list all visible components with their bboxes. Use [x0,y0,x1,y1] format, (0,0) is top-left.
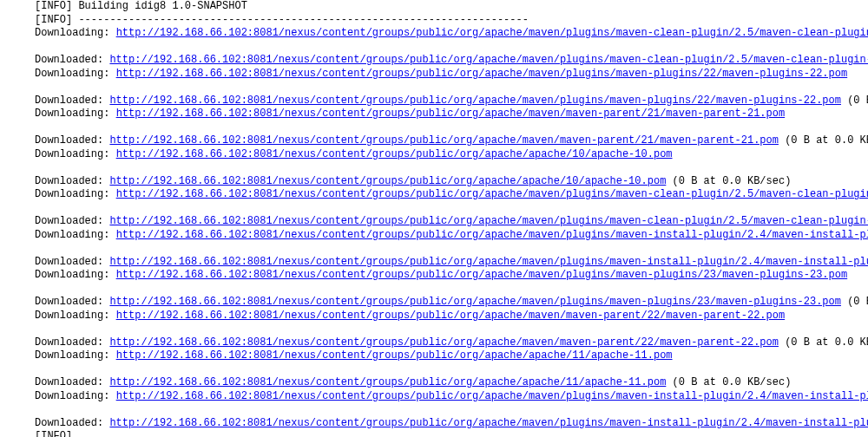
downloading-label: Downloading: [35,108,116,120]
artifact-link[interactable]: http://192.168.66.102:8081/nexus/content… [109,54,868,66]
download-stats: (0 B at 0.0 KB/sec) [841,95,868,107]
downloading-label: Downloading: [35,269,116,281]
console-line [35,242,868,256]
artifact-link[interactable]: http://192.168.66.102:8081/nexus/content… [109,175,666,187]
console-line [35,323,868,336]
artifact-link[interactable]: http://192.168.66.102:8081/nexus/content… [116,27,868,39]
artifact-link[interactable]: http://192.168.66.102:8081/nexus/content… [109,256,868,268]
console-line: Downloaded: http://192.168.66.102:8081/n… [35,336,868,350]
console-line: Downloaded: http://192.168.66.102:8081/n… [35,134,868,148]
console-line: Downloading: http://192.168.66.102:8081/… [35,27,868,41]
console-line: Downloaded: http://192.168.66.102:8081/n… [35,95,868,108]
downloaded-label: Downloaded: [35,336,109,349]
console-line: Downloading: http://192.168.66.102:8081/… [35,108,868,121]
artifact-link[interactable]: http://192.168.66.102:8081/nexus/content… [116,390,868,402]
artifact-link[interactable]: http://192.168.66.102:8081/nexus/content… [116,349,673,362]
artifact-link[interactable]: http://192.168.66.102:8081/nexus/content… [109,95,841,107]
console-line: Downloaded: http://192.168.66.102:8081/n… [35,417,868,431]
maven-console-output: [INFO] Building idig8 1.0-SNAPSHOT[INFO]… [35,0,868,437]
artifact-link[interactable]: http://192.168.66.102:8081/nexus/content… [116,269,848,281]
artifact-link[interactable]: http://192.168.66.102:8081/nexus/content… [109,417,868,429]
downloading-label: Downloading: [35,27,116,39]
artifact-link[interactable]: http://192.168.66.102:8081/nexus/content… [109,215,868,227]
download-stats: (0 B at 0.0 KB/sec) [666,376,791,388]
console-line [35,283,868,297]
downloading-label: Downloading: [35,148,116,160]
artifact-link[interactable]: http://192.168.66.102:8081/nexus/content… [116,188,868,200]
console-line: Downloaded: http://192.168.66.102:8081/n… [35,376,868,390]
downloading-label: Downloading: [35,349,116,362]
downloaded-label: Downloaded: [35,134,109,147]
artifact-link[interactable]: http://192.168.66.102:8081/nexus/content… [116,108,786,120]
console-line: Downloading: http://192.168.66.102:8081/… [35,349,868,363]
console-line [35,403,868,417]
downloaded-label: Downloaded: [35,296,109,308]
console-line: Downloaded: http://192.168.66.102:8081/n… [35,256,868,270]
console-line: Downloaded: http://192.168.66.102:8081/n… [35,215,868,229]
console-line: Downloading: http://192.168.66.102:8081/… [35,229,868,243]
artifact-link[interactable]: http://192.168.66.102:8081/nexus/content… [116,68,848,80]
artifact-link[interactable]: http://192.168.66.102:8081/nexus/content… [116,148,673,160]
downloading-label: Downloading: [35,310,116,322]
console-line [35,121,868,135]
downloading-label: Downloading: [35,390,116,402]
downloaded-label: Downloaded: [35,417,109,429]
downloading-label: Downloading: [35,188,116,200]
downloading-label: Downloading: [35,229,116,241]
downloaded-label: Downloaded: [35,376,109,388]
downloaded-label: Downloaded: [35,54,109,66]
console-line: [INFO] [35,430,868,437]
console-line: [INFO] ---------------------------------… [35,14,868,28]
console-line: Downloading: http://192.168.66.102:8081/… [35,148,868,162]
download-stats: (0 B at 0.0 KB/sec) [779,336,868,349]
console-line [35,41,868,55]
console-line [35,161,868,175]
downloaded-label: Downloaded: [35,95,109,107]
artifact-link[interactable]: http://192.168.66.102:8081/nexus/content… [109,296,841,308]
artifact-link[interactable]: http://192.168.66.102:8081/nexus/content… [109,134,779,147]
console-line: [INFO] Building idig8 1.0-SNAPSHOT [35,0,868,14]
console-line: Downloaded: http://192.168.66.102:8081/n… [35,175,868,189]
console-line: Downloading: http://192.168.66.102:8081/… [35,390,868,404]
console-line: Downloading: http://192.168.66.102:8081/… [35,68,868,82]
artifact-link[interactable]: http://192.168.66.102:8081/nexus/content… [109,336,779,349]
download-stats: (0 B at 0.0 KB/sec) [666,175,791,187]
console-line: Downloading: http://192.168.66.102:8081/… [35,310,868,323]
console-line [35,81,868,95]
download-stats: (0 B at 0.0 KB/sec) [841,296,868,308]
console-line: Downloaded: http://192.168.66.102:8081/n… [35,54,868,68]
downloaded-label: Downloaded: [35,256,109,268]
downloading-label: Downloading: [35,68,116,80]
artifact-link[interactable]: http://192.168.66.102:8081/nexus/content… [116,310,786,322]
console-line: Downloading: http://192.168.66.102:8081/… [35,188,868,202]
console-line [35,202,868,216]
artifact-link[interactable]: http://192.168.66.102:8081/nexus/content… [109,376,666,388]
console-line: Downloading: http://192.168.66.102:8081/… [35,269,868,283]
artifact-link[interactable]: http://192.168.66.102:8081/nexus/content… [116,229,868,241]
downloaded-label: Downloaded: [35,215,109,227]
downloaded-label: Downloaded: [35,175,109,187]
console-line [35,363,868,377]
console-line: Downloaded: http://192.168.66.102:8081/n… [35,296,868,310]
download-stats: (0 B at 0.0 KB/sec) [779,134,868,147]
